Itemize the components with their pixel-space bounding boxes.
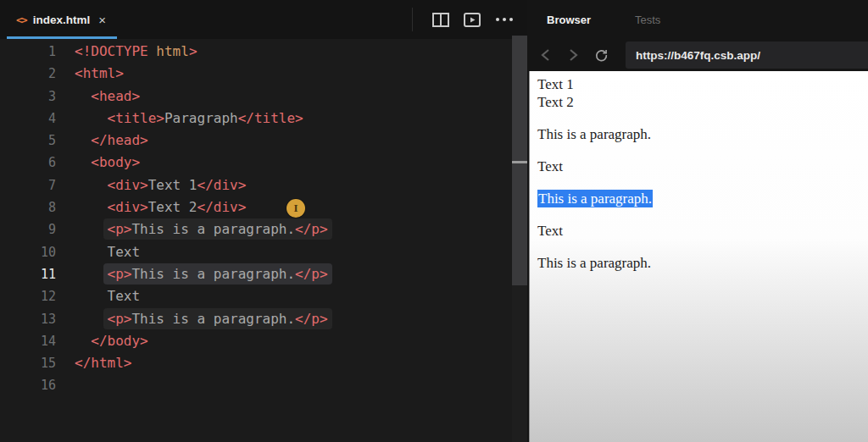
code-line-content[interactable]: Text bbox=[75, 285, 140, 307]
code-token[interactable]: </p> bbox=[295, 266, 328, 282]
preview-page: Text 1Text 2This is a paragraph.TextThis… bbox=[529, 71, 868, 442]
code-line[interactable]: 8 <div>Text 2</div> bbox=[0, 196, 527, 218]
code-token[interactable]: <p> bbox=[108, 221, 132, 237]
code-line-content[interactable]: </head> bbox=[75, 130, 148, 152]
code-token[interactable] bbox=[75, 88, 91, 104]
code-token[interactable]: </title> bbox=[238, 110, 303, 126]
editor-scrollbar[interactable] bbox=[512, 36, 527, 442]
code-token[interactable]: </html> bbox=[75, 355, 131, 371]
code-token[interactable] bbox=[75, 199, 108, 215]
code-token[interactable]: </div> bbox=[198, 177, 247, 193]
code-token[interactable] bbox=[75, 311, 108, 327]
recorded-cursor-icon: I bbox=[287, 199, 305, 218]
url-input[interactable] bbox=[626, 41, 868, 69]
more-actions-icon[interactable] bbox=[495, 17, 514, 22]
code-line[interactable]: 12 Text bbox=[0, 285, 527, 307]
forward-icon[interactable] bbox=[567, 48, 580, 62]
code-line-content[interactable]: <div>Text 2</div> bbox=[75, 196, 246, 218]
code-line-content[interactable]: <html> bbox=[75, 63, 124, 85]
code-token[interactable]: <div> bbox=[108, 177, 148, 193]
code-token[interactable]: <!DOCTYPE bbox=[75, 43, 148, 59]
code-line[interactable]: 9 <p>This is a paragraph.</p> bbox=[0, 218, 527, 240]
refresh-icon[interactable] bbox=[595, 47, 608, 63]
code-token[interactable]: </body> bbox=[91, 333, 147, 349]
code-token[interactable]: <html> bbox=[75, 65, 124, 81]
preview-div: Text 1 bbox=[537, 75, 860, 93]
code-token[interactable] bbox=[75, 266, 108, 282]
code-token[interactable] bbox=[75, 244, 108, 260]
code-line-content[interactable]: <p>This is a paragraph.</p> bbox=[75, 308, 328, 330]
code-token[interactable]: This is a paragraph. bbox=[131, 311, 295, 327]
code-token[interactable]: <body> bbox=[91, 154, 140, 170]
code-token[interactable]: <p> bbox=[108, 266, 132, 282]
code-line[interactable]: 7 <div>Text 1</div> bbox=[0, 174, 527, 196]
code-line[interactable]: 6 <body> bbox=[0, 152, 527, 174]
code-line[interactable]: 5 </head> bbox=[0, 130, 527, 152]
tab-tests[interactable]: Tests bbox=[635, 14, 660, 26]
code-token[interactable]: </div> bbox=[198, 199, 247, 215]
line-number: 11 bbox=[0, 263, 56, 285]
back-icon[interactable] bbox=[539, 48, 552, 62]
line-number: 13 bbox=[0, 308, 56, 330]
editor-panel: <> index.html × bbox=[0, 0, 527, 442]
code-line[interactable]: 11 <p>This is a paragraph.</p> bbox=[0, 263, 527, 285]
code-token[interactable] bbox=[75, 333, 91, 349]
line-number: 8 bbox=[0, 196, 56, 218]
code-line[interactable]: 13 <p>This is a paragraph.</p> bbox=[0, 308, 527, 330]
code-token[interactable]: Text bbox=[108, 288, 141, 304]
code-token[interactable]: <head> bbox=[91, 88, 140, 104]
code-token[interactable]: <p> bbox=[108, 311, 132, 327]
code-line[interactable]: 14 </body> bbox=[0, 330, 527, 352]
code-token[interactable]: Text 1 bbox=[148, 177, 198, 193]
code-line-content[interactable]: <p>This is a paragraph.</p> bbox=[75, 263, 328, 285]
code-token[interactable]: html bbox=[148, 43, 189, 59]
code-line[interactable]: 2<html> bbox=[0, 63, 527, 85]
code-token[interactable]: Text bbox=[108, 244, 141, 260]
code-line-content[interactable]: </body> bbox=[75, 330, 148, 352]
code-line-content[interactable]: <!DOCTYPE html> bbox=[75, 41, 198, 63]
tab-browser[interactable]: Browser bbox=[547, 14, 591, 26]
code-token[interactable]: <title> bbox=[108, 110, 164, 126]
code-token[interactable]: <div> bbox=[108, 199, 148, 215]
code-token[interactable] bbox=[75, 132, 91, 148]
code-line-content[interactable]: <body> bbox=[75, 152, 140, 174]
code-line-content[interactable]: <p>This is a paragraph.</p> bbox=[75, 218, 328, 240]
code-token[interactable] bbox=[75, 288, 108, 304]
code-token[interactable]: This is a paragraph. bbox=[131, 266, 295, 282]
code-token[interactable]: Text 2 bbox=[148, 199, 198, 215]
code-token[interactable] bbox=[75, 221, 108, 237]
code-token[interactable]: This is a paragraph. bbox=[131, 221, 295, 237]
preview-div: Text 2 bbox=[537, 93, 860, 111]
open-preview-icon[interactable] bbox=[464, 13, 481, 27]
code-line[interactable]: 4 <title>Paragraph</title> bbox=[0, 108, 527, 130]
code-line-content[interactable]: </html> bbox=[75, 352, 131, 374]
line-number: 15 bbox=[0, 352, 56, 374]
code-line-content[interactable]: <head> bbox=[75, 86, 140, 108]
tab-label: index.html bbox=[33, 14, 91, 26]
code-line-content[interactable]: <div>Text 1</div> bbox=[75, 174, 246, 196]
code-line-content[interactable]: <title>Paragraph</title> bbox=[75, 108, 303, 130]
code-editor[interactable]: 1<!DOCTYPE html>2<html>3 <head>4 <title>… bbox=[0, 39, 527, 442]
code-token[interactable] bbox=[75, 154, 91, 170]
code-token[interactable] bbox=[75, 110, 108, 126]
scrollbar-marker bbox=[512, 161, 527, 163]
code-token[interactable]: > bbox=[189, 43, 198, 59]
code-line[interactable]: 15</html> bbox=[0, 352, 527, 374]
code-line[interactable]: 16 bbox=[0, 374, 527, 396]
code-token[interactable]: </head> bbox=[91, 132, 147, 148]
code-token[interactable] bbox=[75, 177, 108, 193]
tab-close-icon[interactable]: × bbox=[97, 14, 108, 26]
tab-index-html[interactable]: <> index.html × bbox=[7, 0, 117, 39]
code-line[interactable]: 10 Text bbox=[0, 241, 527, 263]
code-token[interactable]: </p> bbox=[295, 311, 328, 327]
code-line[interactable]: 3 <head> bbox=[0, 86, 527, 108]
browser-panel: Browser Tests Text 1Text 2This is a para… bbox=[527, 0, 868, 442]
line-number: 16 bbox=[0, 374, 56, 396]
split-editor-icon[interactable] bbox=[432, 13, 449, 27]
code-token[interactable]: Paragraph bbox=[164, 110, 238, 126]
editor-toolbar bbox=[412, 0, 514, 39]
line-number: 14 bbox=[0, 330, 56, 352]
code-token[interactable]: </p> bbox=[295, 221, 328, 237]
code-line-content[interactable]: Text bbox=[75, 241, 140, 263]
code-line[interactable]: 1<!DOCTYPE html> bbox=[0, 41, 527, 63]
